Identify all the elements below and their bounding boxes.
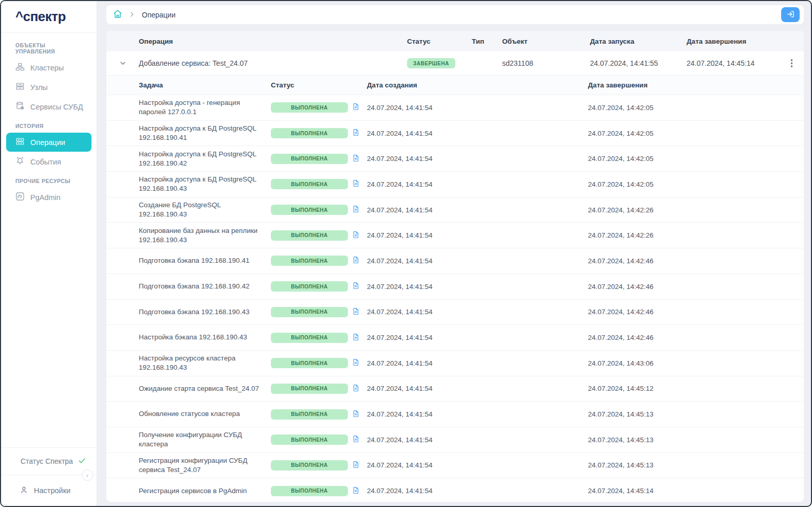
task-created-date: 24.07.2024, 14:41:54 (367, 359, 588, 367)
task-created-date: 24.07.2024, 14:41:54 (367, 257, 588, 265)
log-file-icon[interactable] (352, 384, 360, 393)
task-name: Настройка доступа к БД PostgreSQL 192.16… (139, 150, 267, 168)
table-row: Подготовка бэкапа 192.168.190.41 ВЫПОЛНЕ… (106, 248, 804, 274)
sidebar-item-label: Узлы (30, 83, 48, 92)
col-task-status: Статус (271, 81, 367, 89)
task-name: Копирование баз данных на реплики 192.16… (139, 226, 267, 245)
operation-end-date: 24.07.2024, 14:45:14 (687, 59, 780, 67)
status-badge: ВЫПОЛНЕНА (271, 409, 348, 420)
login-icon (786, 10, 795, 20)
sidebar-item-nodes[interactable]: Узлы (6, 78, 91, 97)
status-badge: ВЫПОЛНЕНА (271, 230, 348, 241)
task-finished-date: 24.07.2024, 14:45:12 (588, 385, 804, 392)
table-row: Ожидание старта сервиса Test_24.07 ВЫПОЛ… (106, 376, 804, 402)
log-file-icon[interactable] (352, 461, 360, 470)
task-created-date: 24.07.2024, 14:41:54 (367, 461, 588, 469)
table-row: Создание БД PostgreSQL 192.168.190.43 ВЫ… (106, 197, 804, 223)
sidebar-collapse-button[interactable]: ‹ (82, 469, 93, 481)
task-created-date: 24.07.2024, 14:41:54 (367, 104, 588, 112)
task-finished-date: 24.07.2024, 14:42:05 (588, 180, 804, 188)
status-badge: ВЫПОЛНЕНА (271, 307, 348, 317)
operation-row[interactable]: Добавление сервиса: Test_24.07 ЗАВЕРШЕНА… (106, 51, 804, 76)
sidebar: ^спектр ОБЪЕКТЫ УПРАВЛЕНИЯ Кластеры Узлы (1, 1, 97, 506)
log-file-icon[interactable] (352, 435, 360, 444)
log-file-icon[interactable] (352, 256, 360, 265)
sidebar-item-label: PgAdmin (30, 193, 61, 202)
breadcrumb: Операции (106, 5, 804, 24)
task-name: Регистрация сервисов в PgAdmin (139, 486, 267, 496)
tasks-table-header: Задача Статус Дата создания Дата заверше… (106, 76, 804, 95)
log-file-icon[interactable] (352, 358, 360, 368)
section-title-other-resources: ПРОЧИЕ РЕСУРСЫ (6, 172, 91, 187)
task-name: Создание БД PostgreSQL 192.168.190.43 (139, 201, 267, 219)
pgadmin-icon (15, 192, 25, 203)
status-badge: ВЫПОЛНЕНА (271, 434, 348, 445)
spektr-logo: ^спектр (15, 9, 66, 25)
settings-button[interactable]: Настройки (1, 475, 97, 506)
sidebar-item-db-services[interactable]: Сервисы СУБД (6, 97, 91, 116)
task-created-date: 24.07.2024, 14:41:54 (367, 283, 588, 291)
table-row: Регистрация сервисов в PgAdmin ВЫПОЛНЕНА… (106, 478, 804, 502)
table-row: Регистрация конфигурации СУБД сервиса Te… (106, 453, 804, 479)
task-name: Настройка бэкапа 192.168.190.43 (139, 333, 267, 342)
status-badge: ЗАВЕРШЕНА (407, 58, 455, 68)
log-file-icon[interactable] (352, 410, 360, 419)
status-badge: ВЫПОЛНЕНА (271, 358, 348, 368)
app-window: ^спектр ОБЪЕКТЫ УПРАВЛЕНИЯ Кластеры Узлы (0, 0, 812, 507)
task-finished-date: 24.07.2024, 14:43:06 (588, 359, 804, 367)
task-finished-date: 24.07.2024, 14:42:26 (588, 206, 804, 214)
col-status: Статус (407, 38, 472, 45)
login-button[interactable] (781, 7, 800, 22)
log-file-icon[interactable] (352, 307, 360, 317)
task-name: Подготовка бэкапа 192.168.190.41 (139, 256, 267, 265)
sidebar-item-operations[interactable]: Операции (6, 133, 91, 152)
user-icon (20, 485, 28, 496)
kebab-menu-icon[interactable] (789, 57, 795, 69)
col-task-finished: Дата завершения (588, 81, 804, 89)
task-created-date: 24.07.2024, 14:41:54 (367, 385, 588, 392)
log-file-icon[interactable] (352, 154, 360, 164)
sidebar-nav: ОБЪЕКТЫ УПРАВЛЕНИЯ Кластеры Узлы Сервисы… (1, 33, 97, 447)
task-name: Настройка доступа к БД PostgreSQL 192.16… (139, 175, 267, 193)
task-name: Регистрация конфигурации СУБД сервиса Te… (139, 456, 267, 475)
settings-label: Настройки (34, 486, 70, 495)
log-file-icon[interactable] (352, 282, 360, 291)
chevron-down-icon[interactable] (106, 60, 139, 67)
log-file-icon[interactable] (352, 231, 360, 240)
divider: ‹ (1, 475, 97, 475)
col-start-date: Дата запуска (590, 38, 687, 45)
task-name: Ожидание старта сервиса Test_24.07 (139, 384, 267, 393)
task-finished-date: 24.07.2024, 14:42:05 (588, 130, 804, 137)
sidebar-item-events[interactable]: События (6, 152, 91, 171)
main-content: Операции Операция Статус Тип Объект Дата… (97, 1, 811, 506)
col-type: Тип (472, 38, 502, 45)
table-row: Подготовка бэкапа 192.168.190.43 ВЫПОЛНЕ… (106, 300, 804, 325)
table-row: Настройка доступа к БД PostgreSQL 192.16… (106, 121, 804, 147)
log-file-icon[interactable] (352, 205, 360, 214)
task-finished-date: 24.07.2024, 14:42:46 (588, 334, 804, 341)
task-finished-date: 24.07.2024, 14:42:46 (588, 308, 804, 316)
operations-icon (15, 137, 25, 148)
status-badge: ВЫПОЛНЕНА (271, 205, 348, 215)
task-created-date: 24.07.2024, 14:41:54 (367, 436, 588, 444)
log-file-icon[interactable] (352, 129, 360, 138)
log-file-icon[interactable] (352, 486, 360, 496)
log-file-icon[interactable] (352, 179, 360, 189)
task-finished-date: 24.07.2024, 14:42:46 (588, 283, 804, 291)
task-created-date: 24.07.2024, 14:41:54 (367, 155, 588, 162)
task-finished-date: 24.07.2024, 14:42:26 (588, 231, 804, 239)
task-created-date: 24.07.2024, 14:41:54 (367, 180, 588, 188)
task-name: Настройка ресурсов кластера 192.168.190.… (139, 354, 267, 372)
task-finished-date: 24.07.2024, 14:45:13 (588, 461, 804, 469)
status-badge: ВЫПОЛНЕНА (271, 281, 348, 292)
log-file-icon[interactable] (352, 333, 360, 342)
log-file-icon[interactable] (352, 103, 360, 112)
section-title-history: ИСТОРИЯ (6, 117, 91, 132)
col-object: Объект (502, 38, 590, 45)
sidebar-item-clusters[interactable]: Кластеры (6, 58, 91, 77)
table-row: Настройка доступа к БД PostgreSQL 192.16… (106, 172, 804, 197)
table-row: Настройка доступа - генерация паролей 12… (106, 95, 804, 121)
home-icon[interactable] (113, 9, 122, 21)
nodes-icon (15, 82, 25, 93)
sidebar-item-pgadmin[interactable]: PgAdmin (6, 188, 91, 207)
